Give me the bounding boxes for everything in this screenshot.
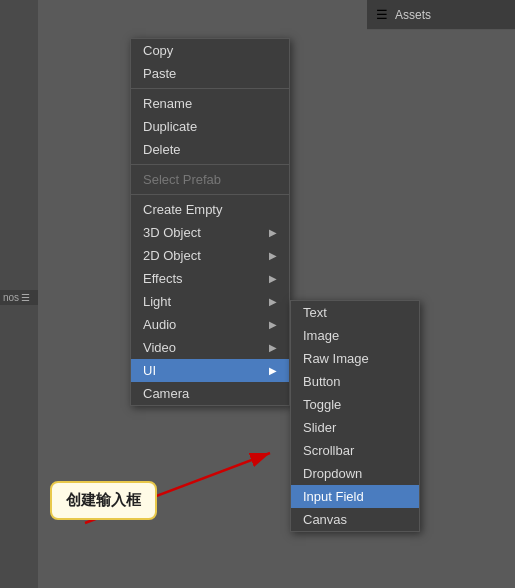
submenu-item-raw-image[interactable]: Raw Image <box>291 347 419 370</box>
separator-3 <box>131 194 289 195</box>
arrow-icon-3d: ▶ <box>269 227 277 238</box>
menu-item-camera[interactable]: Camera <box>131 382 289 405</box>
separator-2 <box>131 164 289 165</box>
arrow-icon-audio: ▶ <box>269 319 277 330</box>
menu-item-light[interactable]: Light ▶ <box>131 290 289 313</box>
submenu-item-input-field[interactable]: Input Field <box>291 485 419 508</box>
ui-submenu: Text Image Raw Image Button Toggle Slide… <box>290 300 420 532</box>
arrow-icon-light: ▶ <box>269 296 277 307</box>
arrow-icon-video: ▶ <box>269 342 277 353</box>
menu-item-ui[interactable]: UI ▶ <box>131 359 289 382</box>
menu-item-2d-object[interactable]: 2D Object ▶ <box>131 244 289 267</box>
menu-item-duplicate[interactable]: Duplicate <box>131 115 289 138</box>
separator-1 <box>131 88 289 89</box>
left-panel: nos ☰ <box>0 0 38 588</box>
menu-item-effects[interactable]: Effects ▶ <box>131 267 289 290</box>
submenu-item-slider[interactable]: Slider <box>291 416 419 439</box>
arrow-icon-2d: ▶ <box>269 250 277 261</box>
assets-panel: ☰ Assets <box>367 0 515 30</box>
nos-label: nos ☰ <box>0 290 38 305</box>
submenu-item-toggle[interactable]: Toggle <box>291 393 419 416</box>
arrow-icon-effects: ▶ <box>269 273 277 284</box>
menu-item-copy[interactable]: Copy <box>131 39 289 62</box>
menu-item-3d-object[interactable]: 3D Object ▶ <box>131 221 289 244</box>
menu-item-video[interactable]: Video ▶ <box>131 336 289 359</box>
menu-item-delete[interactable]: Delete <box>131 138 289 161</box>
menu-item-create-empty[interactable]: Create Empty <box>131 198 289 221</box>
assets-title: Assets <box>395 8 431 22</box>
submenu-item-scrollbar[interactable]: Scrollbar <box>291 439 419 462</box>
menu-item-rename[interactable]: Rename <box>131 92 289 115</box>
submenu-item-button[interactable]: Button <box>291 370 419 393</box>
submenu-item-text[interactable]: Text <box>291 301 419 324</box>
menu-item-select-prefab: Select Prefab <box>131 168 289 191</box>
menu-item-audio[interactable]: Audio ▶ <box>131 313 289 336</box>
tooltip-bubble: 创建输入框 <box>50 481 157 520</box>
submenu-item-canvas[interactable]: Canvas <box>291 508 419 531</box>
menu-item-paste[interactable]: Paste <box>131 62 289 85</box>
context-menu: Copy Paste Rename Duplicate Delete Selec… <box>130 38 290 406</box>
assets-icon: ☰ <box>375 8 389 22</box>
submenu-item-dropdown[interactable]: Dropdown <box>291 462 419 485</box>
submenu-item-image[interactable]: Image <box>291 324 419 347</box>
arrow-icon-ui: ▶ <box>269 365 277 376</box>
